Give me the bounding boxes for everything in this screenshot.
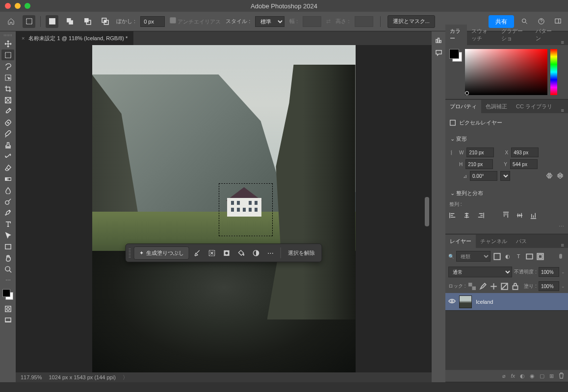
maximize-window[interactable] — [25, 3, 30, 9]
hand-tool[interactable] — [1, 252, 14, 263]
panel-menu-icon[interactable]: ≡ — [557, 39, 568, 45]
quick-mask-icon[interactable] — [1, 303, 14, 314]
angle-select[interactable] — [500, 171, 510, 181]
align-bottom-icon[interactable] — [530, 212, 540, 220]
blur-tool[interactable] — [1, 185, 14, 196]
comments-icon[interactable] — [433, 47, 444, 58]
align-vcenter-icon[interactable] — [516, 212, 526, 220]
mask-icon[interactable] — [220, 246, 233, 260]
tab-patterns[interactable]: パターン — [531, 24, 557, 45]
layer-row[interactable]: Iceland — [445, 293, 568, 311]
add-selection-icon[interactable] — [63, 15, 76, 28]
style-select[interactable]: 標準 — [255, 16, 284, 27]
eraser-tool[interactable] — [1, 162, 14, 173]
subtract-selection-icon[interactable] — [81, 15, 94, 28]
fill-icon[interactable] — [234, 246, 248, 260]
layer-name[interactable]: Iceland — [476, 299, 493, 305]
canvas[interactable] — [92, 45, 356, 372]
more-tools[interactable]: ⋯ — [1, 275, 14, 286]
delete-icon[interactable] — [559, 372, 564, 380]
align-right-icon[interactable] — [477, 212, 487, 220]
tab-paths[interactable]: パス — [512, 235, 531, 248]
layer-filter-select[interactable]: 種類 — [456, 251, 491, 262]
color-field[interactable] — [465, 49, 547, 95]
tab-libraries[interactable]: CC ライブラリ — [512, 100, 557, 113]
histogram-icon[interactable] — [433, 34, 444, 45]
blend-mode-select[interactable]: 通常 — [448, 267, 512, 277]
group-icon[interactable]: ▢ — [540, 373, 544, 379]
type-tool[interactable] — [1, 219, 14, 229]
tab-swatches[interactable]: スウォッチ — [467, 24, 497, 45]
adjustment-icon[interactable]: ◉ — [530, 373, 535, 379]
grip-icon[interactable] — [129, 248, 131, 258]
fx-icon[interactable]: fx — [511, 373, 515, 379]
height-input[interactable] — [465, 159, 493, 169]
document-tab[interactable]: × 名称未設定 1 @ 118% (Iceland, RGB/8) * — [16, 31, 133, 45]
panel-menu-icon[interactable]: ≡ — [557, 107, 568, 113]
fill-input[interactable] — [539, 281, 559, 291]
link-icon[interactable]: ⌀ — [502, 373, 506, 379]
layer-thumbnail[interactable] — [459, 295, 472, 308]
tab-adjustments[interactable]: 色調補正 — [481, 100, 512, 113]
filter-shape-icon[interactable] — [525, 252, 534, 261]
stamp-tool[interactable] — [1, 140, 14, 150]
color-swatch[interactable] — [449, 49, 462, 62]
color-swatches[interactable] — [2, 289, 13, 300]
tab-layers[interactable]: レイヤー — [445, 235, 476, 248]
angle-input[interactable] — [470, 171, 497, 181]
align-top-icon[interactable] — [502, 212, 512, 220]
pen-tool[interactable] — [1, 207, 14, 218]
filter-toggle[interactable] — [556, 252, 565, 261]
tool-preset[interactable] — [23, 15, 35, 28]
intersect-selection-icon[interactable] — [99, 15, 111, 28]
close-window[interactable] — [5, 3, 11, 9]
panel-menu-icon[interactable]: ≡ — [557, 242, 568, 248]
width-input[interactable] — [466, 147, 494, 157]
tab-color[interactable]: カラー — [445, 24, 467, 45]
eyedropper-tool[interactable] — [1, 106, 14, 117]
flip-v-icon[interactable] — [556, 172, 564, 180]
lock-paint-icon[interactable] — [479, 282, 488, 291]
align-hcenter-icon[interactable] — [463, 212, 473, 220]
path-select-tool[interactable] — [1, 230, 14, 241]
brush-tool[interactable] — [1, 128, 14, 139]
feather-input[interactable] — [140, 16, 165, 27]
zoom-level[interactable]: 117.95% — [21, 374, 42, 380]
filter-type-icon[interactable]: T — [514, 252, 523, 261]
modify-selection-icon[interactable] — [190, 246, 204, 260]
y-input[interactable] — [510, 159, 538, 169]
more-icon[interactable]: ⋯ — [264, 246, 278, 260]
filter-adjust-icon[interactable]: ◐ — [503, 252, 512, 261]
opacity-input[interactable] — [539, 267, 559, 277]
history-brush-tool[interactable] — [1, 151, 14, 162]
invert-icon[interactable] — [249, 246, 263, 260]
lock-all-icon[interactable] — [511, 282, 520, 291]
scrollbar-vertical[interactable] — [425, 60, 431, 362]
move-tool[interactable] — [1, 38, 14, 49]
dodge-tool[interactable] — [1, 196, 14, 207]
gradient-tool[interactable] — [1, 173, 14, 184]
deselect-button[interactable]: 選択を解除 — [284, 249, 319, 257]
lock-nest-icon[interactable] — [500, 282, 509, 291]
tab-gradients[interactable]: グラデーショ — [497, 24, 531, 45]
transform-section[interactable]: ⌄ 変形 — [450, 136, 467, 142]
shape-tool[interactable] — [1, 241, 14, 252]
marquee-tool[interactable] — [1, 49, 14, 60]
align-section[interactable]: ⌄ 整列と分布 — [450, 190, 483, 196]
tab-channels[interactable]: チャンネル — [476, 235, 512, 248]
x-input[interactable] — [511, 147, 539, 157]
align-left-icon[interactable] — [449, 212, 459, 220]
frame-tool[interactable] — [1, 95, 14, 105]
object-select-tool[interactable] — [1, 72, 14, 83]
zoom-tool[interactable] — [1, 264, 14, 274]
canvas-viewport[interactable]: ✦生成塗りつぶし ⋯ 選択を解除 — [16, 45, 432, 372]
filter-pixel-icon[interactable] — [492, 252, 501, 261]
tab-properties[interactable]: プロパティ — [445, 100, 481, 113]
generative-fill-button[interactable]: ✦生成塗りつぶし — [134, 246, 189, 260]
select-subject-icon[interactable] — [205, 246, 219, 260]
new-selection-icon[interactable] — [46, 15, 58, 28]
lasso-tool[interactable] — [1, 61, 14, 72]
select-and-mask-button[interactable]: 選択とマスク... — [387, 15, 435, 28]
home-button[interactable] — [4, 15, 18, 28]
healing-tool[interactable] — [1, 117, 14, 128]
